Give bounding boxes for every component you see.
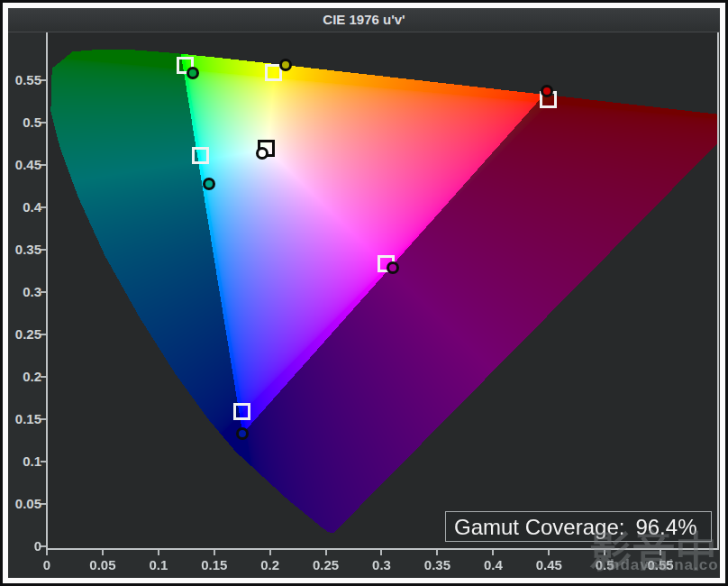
x-tick-label: 0.45 <box>527 557 570 573</box>
x-tick-mark <box>269 550 271 555</box>
measured-red-circle <box>541 85 553 97</box>
x-tick-label: 0.15 <box>193 557 236 573</box>
target-blue-square <box>233 403 250 420</box>
x-tick-mark <box>380 550 382 555</box>
x-tick-mark <box>548 550 550 555</box>
x-tick-label: 0.35 <box>415 557 459 573</box>
measured-white-circle <box>256 147 268 160</box>
x-tick-mark <box>158 550 159 555</box>
y-tick-label: 0.2 <box>9 368 41 386</box>
x-tick-label: 0 <box>25 557 68 573</box>
y-tick-label: 0.05 <box>9 495 41 513</box>
x-tick-label: 0.2 <box>249 557 292 573</box>
measured-green-circle <box>187 67 199 79</box>
y-tick-label: 0 <box>9 537 41 555</box>
y-tick-label: 0.5 <box>9 114 41 132</box>
measured-blue-circle <box>236 427 249 440</box>
chromaticity-diagram-canvas <box>48 32 717 548</box>
watermark-en-text: hdavchina.com <box>610 556 720 574</box>
y-tick-label: 0.15 <box>9 410 41 428</box>
x-tick-mark <box>436 550 438 555</box>
x-tick-label: 0.05 <box>81 557 124 573</box>
measured-magenta-circle <box>387 261 399 274</box>
chart-title: CIE 1976 u'v' <box>323 12 405 27</box>
x-tick-mark <box>325 550 327 555</box>
x-tick-label: 0.4 <box>471 557 514 573</box>
window-frame: CIE 1976 u'v' 00.050.10.150.20.250.30.35… <box>3 3 725 583</box>
y-tick-label: 0.45 <box>9 156 41 174</box>
measured-yellow-circle <box>279 59 292 71</box>
x-tick-label: 0.3 <box>359 557 403 573</box>
app-window: CIE 1976 u'v' 00.050.10.150.20.250.30.35… <box>0 0 728 586</box>
chart-title-bar[interactable]: CIE 1976 u'v' <box>8 8 720 32</box>
y-tick-label: 0.4 <box>9 198 41 216</box>
x-tick-mark <box>102 550 104 555</box>
x-tick-mark <box>492 550 494 555</box>
plot-area <box>46 30 719 550</box>
chart-panel: CIE 1976 u'v' 00.050.10.150.20.250.30.35… <box>8 8 720 578</box>
measured-cyan-circle <box>203 178 215 190</box>
y-tick-label: 0.1 <box>9 453 41 471</box>
target-cyan-square <box>192 147 209 164</box>
x-tick-label: 0.25 <box>305 557 348 573</box>
x-tick-label: 0.1 <box>137 557 180 573</box>
x-tick-mark <box>214 550 215 555</box>
y-tick-label: 0.25 <box>9 325 41 343</box>
y-tick-label: 0.3 <box>9 283 41 301</box>
y-tick-label: 0.55 <box>9 71 41 89</box>
y-tick-label: 0.35 <box>9 241 41 259</box>
x-tick-mark <box>46 550 48 555</box>
